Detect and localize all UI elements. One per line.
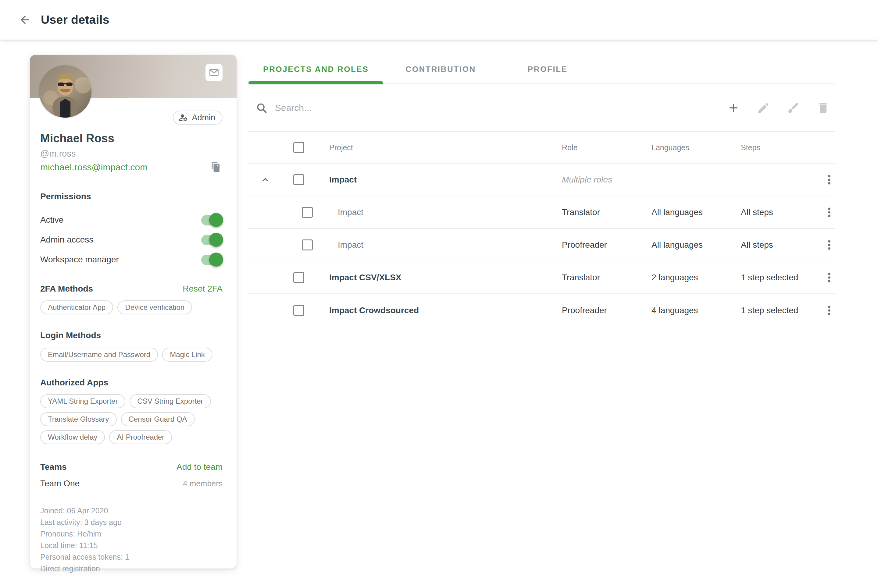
table-row: ImpactTranslatorAll languagesAll steps [248, 196, 835, 229]
row-menu-button[interactable] [823, 206, 835, 219]
main-content: PROJECTS AND ROLESCONTRIBUTIONPROFILE Pr… [248, 55, 835, 327]
app-header: User details [0, 0, 878, 40]
row-menu-button[interactable] [823, 304, 835, 316]
project-name: Impact [329, 175, 357, 184]
row-checkbox[interactable] [302, 240, 313, 250]
column-role: Role [562, 143, 577, 152]
chip: Authenticator App [40, 300, 113, 314]
login-methods-title: Login Methods [40, 330, 223, 340]
copy-email-button[interactable] [209, 160, 223, 174]
permission-row: Workspace manager [40, 249, 223, 269]
user-email-link[interactable]: michael.ross@impact.com [40, 162, 147, 172]
twofa-title: 2FA Methods [40, 284, 93, 294]
permission-label: Admin access [40, 235, 93, 244]
chevron-up-icon [260, 174, 271, 185]
kebab-menu-icon [823, 239, 835, 251]
profile-card: Admin Michael Ross @m.ross michael.ross@… [30, 55, 236, 568]
toggle-admin-access[interactable] [201, 234, 223, 246]
tab-profile[interactable]: PROFILE [513, 55, 582, 84]
add-button[interactable] [726, 100, 741, 115]
row-checkbox[interactable] [293, 174, 304, 185]
steps-cell: All steps [741, 207, 823, 217]
search-icon [256, 102, 268, 114]
column-languages: Languages [651, 143, 689, 152]
team-name: Team One [40, 478, 80, 488]
trash-icon [816, 101, 830, 114]
meta-line: Last activity: 3 days ago [40, 516, 223, 528]
role-cell: Proofreader [562, 240, 651, 250]
kebab-menu-icon [823, 206, 835, 219]
user-name: Michael Ross [40, 132, 223, 145]
meta-line: Personal access tokens: 1 [40, 551, 223, 563]
languages-cell: 2 languages [651, 273, 741, 282]
permission-row: Admin access [40, 230, 223, 249]
table-row: Impact CrowdsourcedProofreader4 language… [248, 294, 835, 327]
page-title: User details [41, 13, 110, 27]
table-row: ImpactProofreaderAll languagesAll steps [248, 229, 835, 261]
chip: CSV String Exporter [129, 394, 210, 408]
authorized-apps-title: Authorized Apps [40, 378, 223, 387]
table-body: ImpactMultiple rolesImpactTranslatorAll … [248, 164, 835, 327]
kebab-menu-icon [823, 272, 835, 284]
toggle-workspace-manager[interactable] [201, 254, 223, 266]
user-meta: Joined: 06 Apr 2020Last activity: 3 days… [40, 505, 223, 574]
admin-badge-label: Admin [192, 113, 215, 123]
table-toolbar [726, 100, 830, 115]
row-checkbox[interactable] [293, 272, 304, 283]
tab-bar: PROJECTS AND ROLESCONTRIBUTIONPROFILE [248, 55, 835, 84]
meta-line: Direct registration [40, 563, 223, 574]
permission-label: Active [40, 215, 63, 225]
project-name: Impact [338, 240, 363, 250]
meta-line: Local time: 11:15 [40, 540, 223, 551]
steps-cell: All steps [741, 240, 823, 250]
role-cell: Proofreader [562, 306, 651, 315]
column-project: Project [329, 143, 353, 152]
user-handle: @m.ross [40, 148, 223, 159]
teams-title: Teams [40, 462, 67, 472]
avatar [39, 65, 92, 118]
edit-icon [757, 101, 770, 114]
search-bar [248, 84, 835, 132]
chip: Device verification [117, 300, 192, 314]
chip: Translate Glossary [40, 412, 117, 426]
languages-cell: 4 languages [651, 306, 741, 315]
row-menu-button[interactable] [823, 239, 835, 251]
role-cell: Translator [562, 207, 651, 217]
kebab-menu-icon [823, 174, 835, 186]
user-gear-icon [178, 113, 188, 123]
row-menu-button[interactable] [823, 174, 835, 186]
project-name: Impact Crowdsourced [329, 306, 419, 315]
envelope-icon [209, 68, 219, 78]
chip: YAML String Exporter [40, 394, 125, 408]
table-header: Project Role Languages Steps [248, 132, 835, 164]
trash-button[interactable] [816, 100, 830, 115]
row-menu-button[interactable] [823, 272, 835, 284]
edit-button[interactable] [756, 100, 771, 115]
brush-button[interactable] [786, 100, 801, 115]
languages-cell: All languages [651, 207, 741, 217]
permissions-title: Permissions [40, 192, 223, 201]
chip: Email/Username and Password [40, 348, 158, 362]
team-members-count: 4 members [183, 479, 223, 488]
reset-2fa-link[interactable]: Reset 2FA [183, 284, 223, 294]
steps-cell: 1 step selected [741, 306, 823, 315]
chip: Magic Link [162, 348, 212, 362]
meta-line: Pronouns: He/him [40, 528, 223, 540]
row-checkbox[interactable] [302, 207, 313, 218]
search-input[interactable] [275, 103, 726, 113]
tab-projects-and-roles[interactable]: PROJECTS AND ROLES [248, 55, 383, 84]
project-name: Impact [338, 207, 363, 217]
back-button[interactable] [18, 12, 32, 27]
user-photo [39, 65, 92, 118]
collapse-group-button[interactable] [260, 174, 271, 185]
chip: Censor Guard QA [121, 412, 195, 426]
profile-banner [30, 55, 236, 98]
select-all-checkbox[interactable] [293, 142, 304, 153]
send-email-button[interactable] [206, 64, 223, 81]
add-to-team-link[interactable]: Add to team [176, 462, 223, 472]
team-row: Team One4 members [40, 477, 223, 490]
table-row: Impact CSV/XLSXTranslator2 languages1 st… [248, 261, 835, 294]
row-checkbox[interactable] [293, 305, 304, 316]
toggle-active[interactable] [201, 214, 223, 226]
tab-contribution[interactable]: CONTRIBUTION [391, 55, 490, 84]
